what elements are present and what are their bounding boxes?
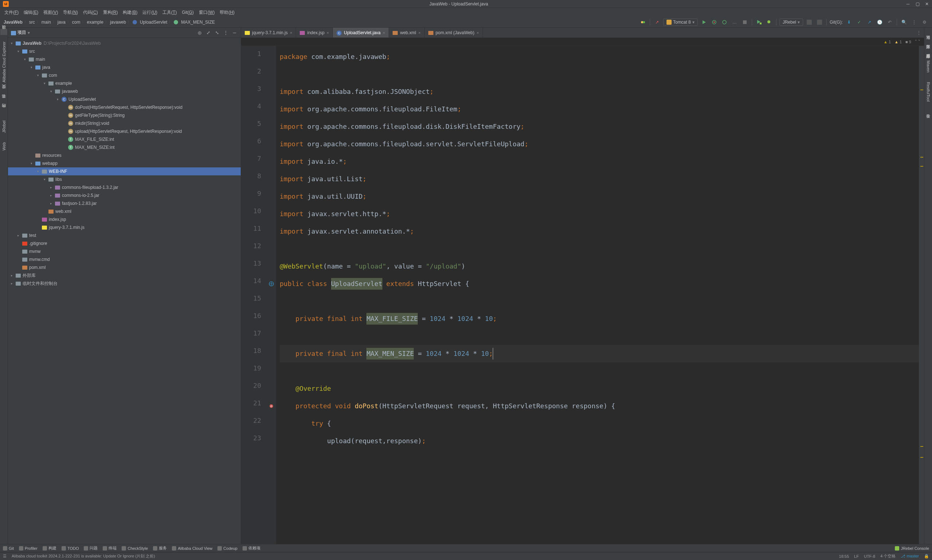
- tree-node[interactable]: ▸临时文件和控制台: [8, 280, 241, 288]
- menu-u[interactable]: 运行(U): [140, 9, 159, 16]
- code-with-me-icon[interactable]: [639, 18, 647, 26]
- close-tab-icon[interactable]: ×: [383, 31, 385, 35]
- left-tab-3[interactable]: 书签: [0, 98, 7, 105]
- minimize-button[interactable]: ─: [906, 2, 910, 6]
- menu-c[interactable]: 代码(C): [81, 9, 100, 16]
- editor-tab[interactable]: index.jsp×: [296, 28, 333, 37]
- tree-node[interactable]: ▾javaweb: [8, 87, 241, 95]
- close-button[interactable]: ✕: [925, 2, 929, 6]
- jrebel-selector[interactable]: JRebel ▾: [779, 18, 803, 26]
- breadcrumb-item[interactable]: com: [72, 20, 80, 25]
- tree-node[interactable]: mvnw.cmd: [8, 255, 241, 263]
- arrow-icon[interactable]: ↗: [653, 18, 661, 26]
- git-update-icon[interactable]: ⬇: [845, 18, 853, 26]
- code-editor[interactable]: package com.example.javaweb;import com.a…: [276, 46, 919, 544]
- bottom-tool-cloud[interactable]: Alibaba Cloud View: [172, 546, 212, 551]
- bottom-tool-codeup[interactable]: Codeup: [218, 546, 238, 551]
- right-tab-2[interactable]: 应用程序服务器: [925, 48, 932, 54]
- tree-node[interactable]: ▾example: [8, 79, 241, 87]
- tree-node[interactable]: mdoPost(HttpServletRequest, HttpServletR…: [8, 103, 241, 111]
- breadcrumb-item[interactable]: main: [42, 20, 51, 25]
- breadcrumb-item[interactable]: src: [29, 20, 35, 25]
- collapse-all-icon[interactable]: ⤡: [214, 29, 220, 36]
- bottom-tool-git[interactable]: Git: [3, 546, 14, 551]
- right-tab-5[interactable]: 设备: [925, 108, 932, 114]
- menu-r[interactable]: 重构(R): [101, 9, 120, 16]
- right-tab-0[interactable]: 通知: [925, 29, 932, 35]
- more-icon[interactable]: ⋮: [910, 18, 918, 26]
- tree-node[interactable]: ▸fastjson-1.2.83.jar: [8, 199, 241, 208]
- tree-root[interactable]: ▾JavaWebD:\ProjectsFor2024\JavaWeb: [8, 39, 241, 47]
- tree-node[interactable]: index.jsp: [8, 215, 241, 223]
- tree-node[interactable]: ▾CUploadServlet: [8, 95, 241, 103]
- tabs-more-icon[interactable]: ⋮: [917, 30, 921, 35]
- select-opened-file-icon[interactable]: ◎: [196, 29, 203, 36]
- close-tab-icon[interactable]: ×: [476, 31, 478, 35]
- bottom-tool-check[interactable]: CheckStyle: [122, 546, 148, 551]
- indent-info[interactable]: 4 个空格: [880, 554, 896, 559]
- left-tab-1[interactable]: Alibaba Cloud Explorer: [1, 38, 7, 86]
- line-separator[interactable]: LF: [854, 554, 859, 558]
- bottom-tool-terminal[interactable]: 终端: [103, 545, 117, 551]
- tree-node[interactable]: ▾main: [8, 55, 241, 63]
- bottom-tool-todo[interactable]: TODO: [62, 546, 79, 551]
- bottom-tool-deps[interactable]: 依赖项: [242, 545, 261, 551]
- menu-n[interactable]: 导航(N): [61, 9, 80, 16]
- coverage-button[interactable]: [721, 18, 728, 26]
- close-tab-icon[interactable]: ×: [290, 31, 292, 35]
- jrebel-console-button[interactable]: JRebel Console: [895, 546, 929, 551]
- tree-node[interactable]: pom.xml: [8, 263, 241, 271]
- settings-icon[interactable]: ⚙: [920, 18, 928, 26]
- tree-node[interactable]: web.xml: [8, 208, 241, 215]
- menu-e[interactable]: 编辑(E): [22, 9, 40, 16]
- bottom-tool-services[interactable]: 服务: [153, 545, 167, 551]
- tree-node[interactable]: mmkdir(String):void: [8, 119, 241, 127]
- right-tab-1[interactable]: 数据库: [925, 38, 932, 45]
- git-push-icon[interactable]: ↗: [866, 18, 873, 26]
- tree-node[interactable]: fMAX_MEN_SIZE:int: [8, 143, 241, 151]
- menu-h[interactable]: 帮助(H): [218, 9, 237, 16]
- breadcrumb-item[interactable]: MAX_MEN_SIZE: [181, 20, 215, 25]
- hide-panel-icon[interactable]: ─: [231, 29, 238, 36]
- tree-node[interactable]: ▸外部库: [8, 271, 241, 280]
- jrebel-icon-2[interactable]: [815, 18, 824, 26]
- expand-all-icon[interactable]: ⤢: [205, 29, 211, 36]
- close-tab-icon[interactable]: ×: [418, 31, 420, 35]
- bottom-tool-build[interactable]: 构建: [43, 545, 56, 551]
- tree-node[interactable]: fMAX_FILE_SIZE:int: [8, 135, 241, 143]
- inspection-chevron-icon[interactable]: ˄ ˅: [915, 39, 920, 44]
- menu-f[interactable]: 文件(F): [2, 9, 21, 16]
- maximize-button[interactable]: ▢: [915, 2, 920, 6]
- editor-tab[interactable]: web.xml×: [389, 28, 424, 37]
- menu-g[interactable]: Git(G): [179, 9, 196, 15]
- breadcrumb-item[interactable]: example: [87, 20, 103, 25]
- tree-node[interactable]: jquery-3.7.1.min.js: [8, 223, 241, 231]
- tree-node[interactable]: ▾java: [8, 63, 241, 71]
- file-encoding[interactable]: UTF-8: [864, 554, 875, 558]
- breadcrumb-item[interactable]: JavaWeb: [4, 20, 23, 25]
- close-tab-icon[interactable]: ×: [327, 31, 329, 35]
- inspections-widget[interactable]: ▲ 1 ▲ 1 ■ 9 ˄ ˅: [241, 38, 924, 46]
- bottom-tool-profiler[interactable]: Profiler: [19, 546, 37, 551]
- jrebel-debug-icon[interactable]: [765, 18, 773, 26]
- breadcrumb-item[interactable]: UploadServlet: [140, 20, 167, 25]
- breadcrumb-item[interactable]: javaweb: [110, 20, 126, 25]
- run-button[interactable]: [700, 18, 708, 26]
- editor-scrollbar[interactable]: [919, 46, 924, 544]
- profile-button[interactable]: …: [731, 18, 739, 26]
- right-tab-4[interactable]: RestfulTool: [926, 79, 931, 105]
- stop-button[interactable]: [741, 18, 749, 26]
- tree-node[interactable]: .gitignore: [8, 239, 241, 248]
- tree-node[interactable]: ▸commons-fileupload-1.3.2.jar: [8, 183, 241, 191]
- left-tab-4[interactable]: 结构: [0, 108, 7, 114]
- jrebel-run-icon[interactable]: [755, 18, 763, 26]
- tree-node[interactable]: ▾src: [8, 47, 241, 55]
- tree-node[interactable]: ▾webapp: [8, 159, 241, 168]
- panel-options-icon[interactable]: ⋮: [222, 29, 229, 36]
- editor-tab[interactable]: jquery-3.7.1.min.js×: [241, 28, 296, 37]
- editor-tab[interactable]: pom.xml (JavaWeb)×: [425, 28, 483, 37]
- git-rollback-icon[interactable]: ↶: [886, 18, 894, 26]
- menu-w[interactable]: 窗口(W): [197, 9, 217, 16]
- tree-node[interactable]: mupload(HttpServletRequest, HttpServletR…: [8, 127, 241, 135]
- status-icon[interactable]: ☰: [3, 554, 6, 558]
